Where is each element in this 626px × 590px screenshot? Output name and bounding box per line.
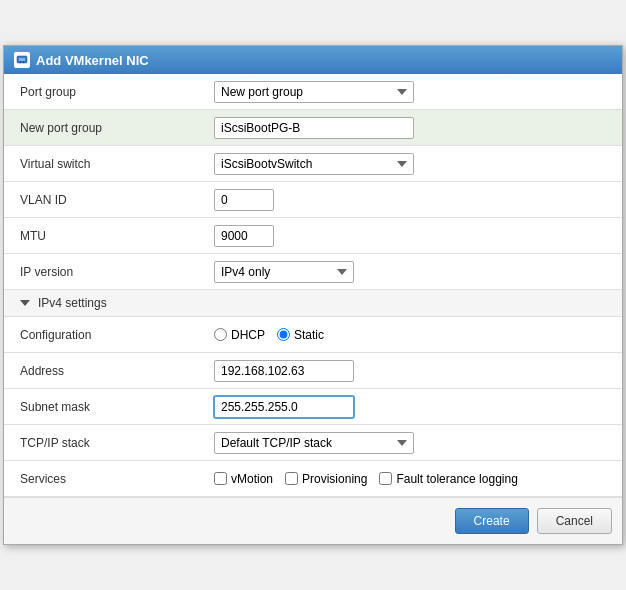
new-port-group-input-col <box>204 111 622 145</box>
address-row: Address <box>4 353 622 389</box>
svg-rect-3 <box>23 61 24 63</box>
services-input-col: vMotion Provisioning Fault tolerance log… <box>204 466 622 492</box>
fault-tolerance-checkbox-label[interactable]: Fault tolerance logging <box>379 472 517 486</box>
port-group-select[interactable]: New port group Existing port group <box>214 81 414 103</box>
provisioning-checkbox[interactable] <box>285 472 298 485</box>
configuration-label: Configuration <box>4 320 204 350</box>
virtual-switch-label: Virtual switch <box>4 149 204 179</box>
mtu-label: MTU <box>4 221 204 251</box>
configuration-input-col: DHCP Static <box>204 322 622 348</box>
mtu-input[interactable] <box>214 225 274 247</box>
ip-version-input-col: IPv4 only IPv6 only IPv4 and IPv6 <box>204 255 622 289</box>
vmotion-checkbox[interactable] <box>214 472 227 485</box>
vlan-id-input[interactable] <box>214 189 274 211</box>
address-input-col <box>204 354 622 388</box>
virtual-switch-row: Virtual switch iScsiBootvSwitch <box>4 146 622 182</box>
subnet-mask-input-col <box>204 390 622 424</box>
ip-version-label: IP version <box>4 257 204 287</box>
configuration-radio-group: DHCP Static <box>214 328 324 342</box>
dhcp-radio[interactable] <box>214 328 227 341</box>
collapse-icon <box>20 300 30 306</box>
vmotion-label: vMotion <box>231 472 273 486</box>
tcpip-stack-row: TCP/IP stack Default TCP/IP stack <box>4 425 622 461</box>
svg-rect-1 <box>19 58 25 61</box>
subnet-mask-row: Subnet mask <box>4 389 622 425</box>
ip-version-row: IP version IPv4 only IPv6 only IPv4 and … <box>4 254 622 290</box>
port-group-label: Port group <box>4 77 204 107</box>
create-button[interactable]: Create <box>455 508 529 534</box>
tcpip-stack-label: TCP/IP stack <box>4 428 204 458</box>
dhcp-label: DHCP <box>231 328 265 342</box>
fault-tolerance-checkbox[interactable] <box>379 472 392 485</box>
dialog-title: Add VMkernel NIC <box>36 53 149 68</box>
new-port-group-label: New port group <box>4 113 204 143</box>
vmotion-checkbox-label[interactable]: vMotion <box>214 472 273 486</box>
tcpip-stack-input-col: Default TCP/IP stack <box>204 426 622 460</box>
mtu-row: MTU <box>4 218 622 254</box>
subnet-mask-label: Subnet mask <box>4 392 204 422</box>
vlan-id-label: VLAN ID <box>4 185 204 215</box>
cancel-button[interactable]: Cancel <box>537 508 612 534</box>
mtu-input-col <box>204 219 622 253</box>
virtual-switch-select[interactable]: iScsiBootvSwitch <box>214 153 414 175</box>
static-radio-label[interactable]: Static <box>277 328 324 342</box>
nic-icon <box>14 52 30 68</box>
static-radio[interactable] <box>277 328 290 341</box>
add-vmkernel-nic-dialog: Add VMkernel NIC Port group New port gro… <box>3 45 623 545</box>
title-bar: Add VMkernel NIC <box>4 46 622 74</box>
vlan-id-input-col <box>204 183 622 217</box>
ip-version-select[interactable]: IPv4 only IPv6 only IPv4 and IPv6 <box>214 261 354 283</box>
address-label: Address <box>4 356 204 386</box>
services-checkbox-group: vMotion Provisioning Fault tolerance log… <box>214 472 518 486</box>
dialog-footer: Create Cancel <box>4 497 622 544</box>
new-port-group-row: New port group <box>4 110 622 146</box>
tcpip-stack-select[interactable]: Default TCP/IP stack <box>214 432 414 454</box>
services-label: Services <box>4 464 204 494</box>
port-group-row: Port group New port group Existing port … <box>4 74 622 110</box>
subnet-mask-input[interactable] <box>214 396 354 418</box>
provisioning-label: Provisioning <box>302 472 367 486</box>
fault-tolerance-label: Fault tolerance logging <box>396 472 517 486</box>
services-row: Services vMotion Provisioning Fault tole… <box>4 461 622 497</box>
provisioning-checkbox-label[interactable]: Provisioning <box>285 472 367 486</box>
virtual-switch-input-col: iScsiBootvSwitch <box>204 147 622 181</box>
address-input[interactable] <box>214 360 354 382</box>
static-label: Static <box>294 328 324 342</box>
vlan-id-row: VLAN ID <box>4 182 622 218</box>
configuration-row: Configuration DHCP Static <box>4 317 622 353</box>
dhcp-radio-label[interactable]: DHCP <box>214 328 265 342</box>
svg-rect-2 <box>20 61 21 63</box>
new-port-group-input[interactable] <box>214 117 414 139</box>
ipv4-settings-header: IPv4 settings <box>4 290 622 317</box>
ipv4-settings-label: IPv4 settings <box>38 296 107 310</box>
port-group-input-col: New port group Existing port group <box>204 75 622 109</box>
form-body: Port group New port group Existing port … <box>4 74 622 497</box>
